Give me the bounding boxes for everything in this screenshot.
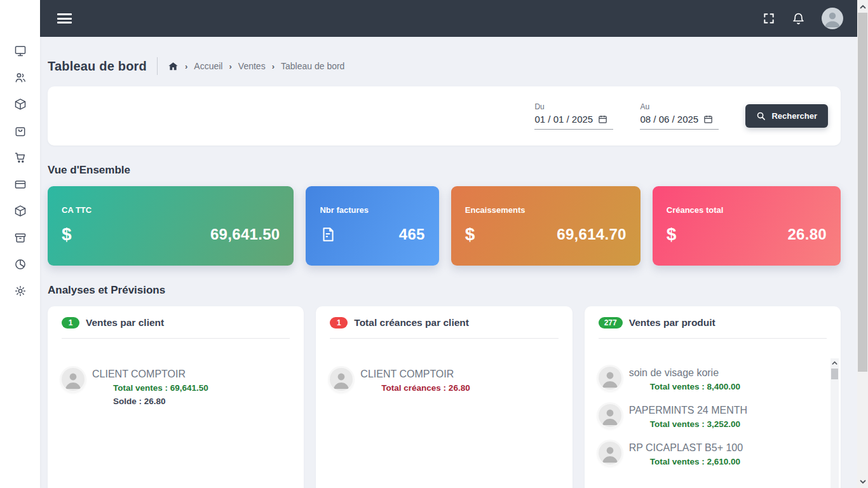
list-item[interactable]: CLIENT COMPTOIR Total créances : 26.80 xyxy=(330,368,558,393)
avatar-icon xyxy=(330,368,353,391)
card-ventes-par-produit: 277 Ventes par produit soin de visage ko… xyxy=(585,306,841,488)
product-name: RP CICAPLAST B5+ 100 xyxy=(629,442,743,454)
kpi-label: Créances total xyxy=(667,205,827,215)
fullscreen-icon[interactable] xyxy=(763,12,775,25)
avatar-icon xyxy=(599,404,621,427)
product-total-ventes: Total ventes : 8,400.00 xyxy=(629,382,740,392)
main-content: Tableau de bord › Accueil › Ventes › Tab… xyxy=(40,37,857,488)
kpi-card-creances-total: Créances total $ 26.80 xyxy=(653,186,841,266)
product-name: PAPERMINTS 24 MENTH xyxy=(629,404,747,416)
kpi-value: 26.80 xyxy=(787,226,827,243)
list-item[interactable]: PAPERMINTS 24 MENTH Total ventes : 3,252… xyxy=(599,404,814,430)
list-item[interactable]: RP CICAPLAST B5+ 100 Total ventes : 2,61… xyxy=(599,442,814,467)
card-title: Total créances par client xyxy=(354,317,469,329)
hamburger-menu-icon[interactable] xyxy=(57,13,72,24)
kpi-label: Encaissements xyxy=(465,205,627,215)
client-list: CLIENT COMPTOIR Total créances : 26.80 xyxy=(330,368,558,393)
card-divider xyxy=(62,338,290,339)
page-scrollbar[interactable] xyxy=(857,0,868,488)
product-total-ventes: Total ventes : 3,252.00 xyxy=(629,419,747,430)
product-name: soin de visage korie xyxy=(629,367,740,379)
scrollbar-thumb[interactable] xyxy=(831,369,838,379)
analyses-row: 1 Ventes par client CLIENT COMPTOIR Tota… xyxy=(48,306,841,488)
client-total-ventes: Total ventes : 69,641.50 xyxy=(92,383,208,393)
date-to-value: 08 / 06 / 2025 xyxy=(640,114,698,125)
breadcrumb-separator: › xyxy=(229,62,231,71)
breadcrumb-separator: › xyxy=(185,62,187,71)
card-title: Ventes par produit xyxy=(629,317,715,329)
breadcrumb: › Accueil › Ventes › Tableau de bord xyxy=(168,61,344,72)
kpi-card-nbr-factures: Nbr factures 465 xyxy=(306,186,438,266)
date-from-value: 01 / 01 / 2025 xyxy=(534,114,593,125)
product-list: soin de visage korie Total ventes : 8,40… xyxy=(599,367,827,467)
avatar-icon xyxy=(599,367,621,390)
date-filter-card: Du 01 / 01 / 2025 Au 08 / 06 / 2025 Rech… xyxy=(48,86,841,146)
product-total-ventes: Total ventes : 2,610.00 xyxy=(629,457,743,467)
date-to-input[interactable]: 08 / 06 / 2025 xyxy=(640,114,719,130)
list-item[interactable]: CLIENT COMPTOIR Total ventes : 69,641.50… xyxy=(62,368,290,407)
kpi-value: 465 xyxy=(399,226,425,243)
card-ventes-par-client: 1 Ventes par client CLIENT COMPTOIR Tota… xyxy=(48,306,304,488)
client-total-creances: Total créances : 26.80 xyxy=(360,383,470,393)
avatar-icon xyxy=(599,442,621,464)
page-header: Tableau de bord › Accueil › Ventes › Tab… xyxy=(48,57,841,75)
search-button-label: Rechercher xyxy=(771,111,817,121)
user-avatar[interactable] xyxy=(822,8,843,29)
page-title: Tableau de bord xyxy=(48,59,147,74)
search-button[interactable]: Rechercher xyxy=(745,104,828,128)
pie-chart-icon[interactable] xyxy=(14,258,27,271)
calendar-icon xyxy=(703,114,713,124)
kpi-label: Nbr factures xyxy=(320,205,424,215)
count-badge: 1 xyxy=(330,317,348,329)
client-list: CLIENT COMPTOIR Total ventes : 69,641.50… xyxy=(62,368,290,407)
breadcrumb-ventes[interactable]: Ventes xyxy=(238,61,266,71)
sidebar xyxy=(0,0,40,488)
breadcrumb-tableau-de-bord[interactable]: Tableau de bord xyxy=(281,61,344,71)
clients-users-icon[interactable] xyxy=(14,71,27,84)
calendar-icon xyxy=(598,114,607,124)
dollar-icon: $ xyxy=(667,226,677,243)
date-from-label: Du xyxy=(534,102,613,111)
scrollbar-thumb[interactable] xyxy=(858,13,867,372)
title-divider xyxy=(157,57,158,75)
notifications-bell-icon[interactable] xyxy=(792,12,805,25)
scroll-up-icon[interactable] xyxy=(857,1,868,12)
monitor-icon[interactable] xyxy=(14,44,27,57)
shopping-bag-icon[interactable] xyxy=(14,125,27,137)
archive-box-icon[interactable] xyxy=(14,231,27,244)
stock-cube-icon[interactable] xyxy=(14,205,27,217)
home-icon[interactable] xyxy=(168,61,179,72)
kpi-card-ca-ttc: CA TTC $ 69,641.50 xyxy=(48,186,294,266)
product-list-scrollbar[interactable] xyxy=(831,358,839,488)
breadcrumb-accueil[interactable]: Accueil xyxy=(194,61,222,71)
kpi-value: 69,614.70 xyxy=(557,226,626,243)
overview-heading: Vue d'Ensemble xyxy=(48,164,841,177)
topbar xyxy=(40,0,857,37)
card-divider xyxy=(599,338,827,339)
credit-card-icon[interactable] xyxy=(14,178,27,191)
date-from-input[interactable]: 01 / 01 / 2025 xyxy=(534,114,613,130)
card-total-creances-par-client: 1 Total créances par client CLIENT COMPT… xyxy=(316,306,572,488)
invoice-icon xyxy=(320,226,336,243)
kpi-row: CA TTC $ 69,641.50 Nbr factures 465 Enca… xyxy=(48,186,841,266)
scroll-down-icon[interactable] xyxy=(857,476,868,487)
scroll-up-icon[interactable] xyxy=(831,359,839,367)
kpi-card-encaissements: Encaissements $ 69,614.70 xyxy=(451,186,641,266)
count-badge: 277 xyxy=(599,317,623,329)
date-to-group: Au 08 / 06 / 2025 xyxy=(640,102,719,130)
search-icon xyxy=(756,111,766,121)
avatar-icon xyxy=(62,368,85,391)
dollar-icon: $ xyxy=(465,226,475,243)
shopping-cart-icon[interactable] xyxy=(14,151,27,164)
date-to-label: Au xyxy=(640,102,719,111)
count-badge: 1 xyxy=(62,317,79,329)
kpi-value: 69,641.50 xyxy=(210,226,280,243)
kpi-label: CA TTC xyxy=(62,205,280,215)
settings-gear-icon[interactable] xyxy=(14,285,27,297)
products-cube-icon[interactable] xyxy=(14,98,27,111)
card-title: Ventes par client xyxy=(86,317,164,329)
card-divider xyxy=(330,338,558,339)
client-name: CLIENT COMPTOIR xyxy=(92,368,208,380)
list-item[interactable]: soin de visage korie Total ventes : 8,40… xyxy=(599,367,814,392)
dollar-icon: $ xyxy=(62,226,72,243)
